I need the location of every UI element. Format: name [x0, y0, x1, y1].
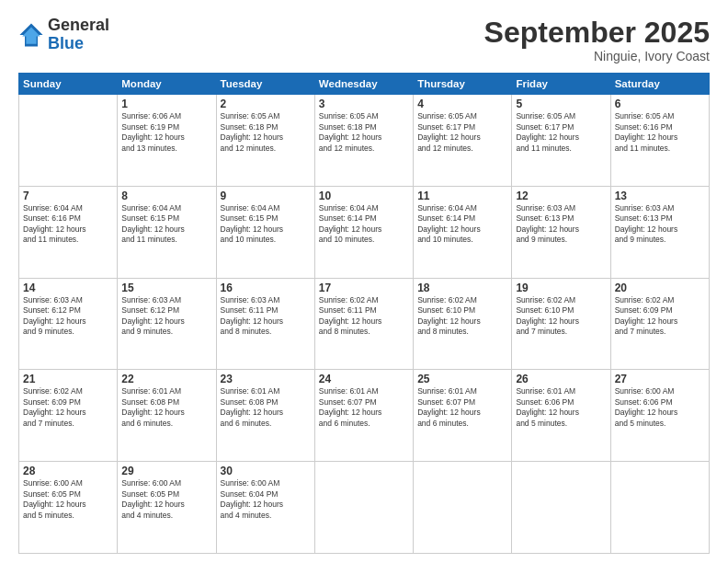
- logo-icon: [18, 22, 44, 48]
- day-info: Sunrise: 6:04 AM Sunset: 6:14 PM Dayligh…: [319, 203, 409, 246]
- calendar-cell: 9Sunrise: 6:04 AM Sunset: 6:15 PM Daylig…: [216, 186, 314, 278]
- day-info: Sunrise: 6:00 AM Sunset: 6:06 PM Dayligh…: [615, 386, 705, 429]
- header-tuesday: Tuesday: [216, 74, 314, 95]
- calendar-cell: 16Sunrise: 6:03 AM Sunset: 6:11 PM Dayli…: [216, 278, 314, 370]
- header-wednesday: Wednesday: [314, 74, 413, 95]
- day-info: Sunrise: 6:05 AM Sunset: 6:18 PM Dayligh…: [221, 111, 311, 154]
- day-number: 15: [121, 282, 211, 294]
- day-info: Sunrise: 6:01 AM Sunset: 6:07 PM Dayligh…: [417, 386, 507, 429]
- calendar-cell: 6Sunrise: 6:05 AM Sunset: 6:16 PM Daylig…: [610, 95, 709, 187]
- day-number: 21: [23, 373, 113, 385]
- day-info: Sunrise: 6:00 AM Sunset: 6:05 PM Dayligh…: [23, 478, 113, 521]
- day-number: 1: [121, 98, 211, 110]
- day-info: Sunrise: 6:05 AM Sunset: 6:17 PM Dayligh…: [417, 111, 507, 154]
- day-number: 29: [121, 465, 211, 477]
- day-info: Sunrise: 6:02 AM Sunset: 6:10 PM Dayligh…: [417, 295, 507, 338]
- day-number: 23: [221, 373, 311, 385]
- calendar-cell: 25Sunrise: 6:01 AM Sunset: 6:07 PM Dayli…: [414, 370, 512, 462]
- day-number: 27: [615, 373, 705, 385]
- calendar-cell: [610, 462, 709, 554]
- header-monday: Monday: [118, 74, 216, 95]
- header-saturday: Saturday: [610, 74, 709, 95]
- day-info: Sunrise: 6:04 AM Sunset: 6:14 PM Dayligh…: [417, 203, 507, 246]
- day-info: Sunrise: 6:01 AM Sunset: 6:08 PM Dayligh…: [121, 386, 211, 429]
- day-info: Sunrise: 6:03 AM Sunset: 6:12 PM Dayligh…: [121, 295, 211, 338]
- day-number: 17: [319, 282, 409, 294]
- day-info: Sunrise: 6:05 AM Sunset: 6:18 PM Dayligh…: [319, 111, 409, 154]
- title-block: September 2025 Ninguie, Ivory Coast: [484, 17, 710, 63]
- day-number: 25: [417, 373, 507, 385]
- day-info: Sunrise: 6:02 AM Sunset: 6:10 PM Dayligh…: [516, 295, 606, 338]
- calendar-cell: 27Sunrise: 6:00 AM Sunset: 6:06 PM Dayli…: [610, 370, 709, 462]
- day-info: Sunrise: 6:01 AM Sunset: 6:08 PM Dayligh…: [221, 386, 311, 429]
- calendar-header-row: Sunday Monday Tuesday Wednesday Thursday…: [19, 74, 710, 95]
- day-number: 7: [23, 190, 113, 202]
- calendar-table: Sunday Monday Tuesday Wednesday Thursday…: [18, 73, 710, 554]
- calendar-cell: 15Sunrise: 6:03 AM Sunset: 6:12 PM Dayli…: [118, 278, 216, 370]
- calendar-cell: 10Sunrise: 6:04 AM Sunset: 6:14 PM Dayli…: [314, 186, 413, 278]
- calendar-cell: 17Sunrise: 6:02 AM Sunset: 6:11 PM Dayli…: [314, 278, 413, 370]
- calendar-cell: 5Sunrise: 6:05 AM Sunset: 6:17 PM Daylig…: [512, 95, 610, 187]
- week-row-4: 21Sunrise: 6:02 AM Sunset: 6:09 PM Dayli…: [19, 370, 710, 462]
- calendar-cell: 11Sunrise: 6:04 AM Sunset: 6:14 PM Dayli…: [414, 186, 512, 278]
- calendar-cell: [512, 462, 610, 554]
- day-number: 10: [319, 190, 409, 202]
- calendar-cell: 30Sunrise: 6:00 AM Sunset: 6:04 PM Dayli…: [216, 462, 314, 554]
- day-number: 8: [121, 190, 211, 202]
- day-number: 30: [221, 465, 311, 477]
- month-title: September 2025: [484, 17, 710, 49]
- day-number: 5: [516, 98, 606, 110]
- day-info: Sunrise: 6:02 AM Sunset: 6:09 PM Dayligh…: [615, 295, 705, 338]
- day-number: 16: [221, 282, 311, 294]
- day-info: Sunrise: 6:02 AM Sunset: 6:09 PM Dayligh…: [23, 386, 113, 429]
- week-row-5: 28Sunrise: 6:00 AM Sunset: 6:05 PM Dayli…: [19, 462, 710, 554]
- day-number: 19: [516, 282, 606, 294]
- calendar-cell: 26Sunrise: 6:01 AM Sunset: 6:06 PM Dayli…: [512, 370, 610, 462]
- calendar-cell: 4Sunrise: 6:05 AM Sunset: 6:17 PM Daylig…: [414, 95, 512, 187]
- day-info: Sunrise: 6:04 AM Sunset: 6:15 PM Dayligh…: [121, 203, 211, 246]
- day-info: Sunrise: 6:04 AM Sunset: 6:15 PM Dayligh…: [221, 203, 311, 246]
- calendar-cell: 28Sunrise: 6:00 AM Sunset: 6:05 PM Dayli…: [19, 462, 118, 554]
- calendar-cell: 21Sunrise: 6:02 AM Sunset: 6:09 PM Dayli…: [19, 370, 118, 462]
- day-number: 9: [221, 190, 311, 202]
- calendar-cell: 18Sunrise: 6:02 AM Sunset: 6:10 PM Dayli…: [414, 278, 512, 370]
- calendar-cell: 14Sunrise: 6:03 AM Sunset: 6:12 PM Dayli…: [19, 278, 118, 370]
- day-number: 14: [23, 282, 113, 294]
- day-info: Sunrise: 6:03 AM Sunset: 6:11 PM Dayligh…: [221, 295, 311, 338]
- logo-blue-text: Blue: [48, 35, 109, 53]
- calendar-cell: 22Sunrise: 6:01 AM Sunset: 6:08 PM Dayli…: [118, 370, 216, 462]
- calendar-cell: [19, 95, 118, 187]
- calendar-cell: 13Sunrise: 6:03 AM Sunset: 6:13 PM Dayli…: [610, 186, 709, 278]
- header-sunday: Sunday: [19, 74, 118, 95]
- day-number: 13: [615, 190, 705, 202]
- day-number: 2: [221, 98, 311, 110]
- day-number: 3: [319, 98, 409, 110]
- day-info: Sunrise: 6:03 AM Sunset: 6:13 PM Dayligh…: [615, 203, 705, 246]
- calendar-cell: 23Sunrise: 6:01 AM Sunset: 6:08 PM Dayli…: [216, 370, 314, 462]
- day-info: Sunrise: 6:05 AM Sunset: 6:17 PM Dayligh…: [516, 111, 606, 154]
- calendar-cell: 20Sunrise: 6:02 AM Sunset: 6:09 PM Dayli…: [610, 278, 709, 370]
- header-thursday: Thursday: [414, 74, 512, 95]
- week-row-2: 7Sunrise: 6:04 AM Sunset: 6:16 PM Daylig…: [19, 186, 710, 278]
- day-number: 18: [417, 282, 507, 294]
- day-info: Sunrise: 6:00 AM Sunset: 6:04 PM Dayligh…: [221, 478, 311, 521]
- calendar-cell: [314, 462, 413, 554]
- calendar-cell: [414, 462, 512, 554]
- calendar-cell: 7Sunrise: 6:04 AM Sunset: 6:16 PM Daylig…: [19, 186, 118, 278]
- day-info: Sunrise: 6:03 AM Sunset: 6:12 PM Dayligh…: [23, 295, 113, 338]
- day-number: 12: [516, 190, 606, 202]
- logo: General Blue: [18, 17, 109, 53]
- calendar-cell: 3Sunrise: 6:05 AM Sunset: 6:18 PM Daylig…: [314, 95, 413, 187]
- header: General Blue September 2025 Ninguie, Ivo…: [18, 17, 710, 63]
- day-info: Sunrise: 6:02 AM Sunset: 6:11 PM Dayligh…: [319, 295, 409, 338]
- day-info: Sunrise: 6:06 AM Sunset: 6:19 PM Dayligh…: [121, 111, 211, 154]
- calendar-cell: 12Sunrise: 6:03 AM Sunset: 6:13 PM Dayli…: [512, 186, 610, 278]
- day-info: Sunrise: 6:01 AM Sunset: 6:07 PM Dayligh…: [319, 386, 409, 429]
- location-subtitle: Ninguie, Ivory Coast: [484, 49, 710, 63]
- day-number: 28: [23, 465, 113, 477]
- week-row-1: 1Sunrise: 6:06 AM Sunset: 6:19 PM Daylig…: [19, 95, 710, 187]
- day-number: 24: [319, 373, 409, 385]
- week-row-3: 14Sunrise: 6:03 AM Sunset: 6:12 PM Dayli…: [19, 278, 710, 370]
- day-info: Sunrise: 6:01 AM Sunset: 6:06 PM Dayligh…: [516, 386, 606, 429]
- day-number: 26: [516, 373, 606, 385]
